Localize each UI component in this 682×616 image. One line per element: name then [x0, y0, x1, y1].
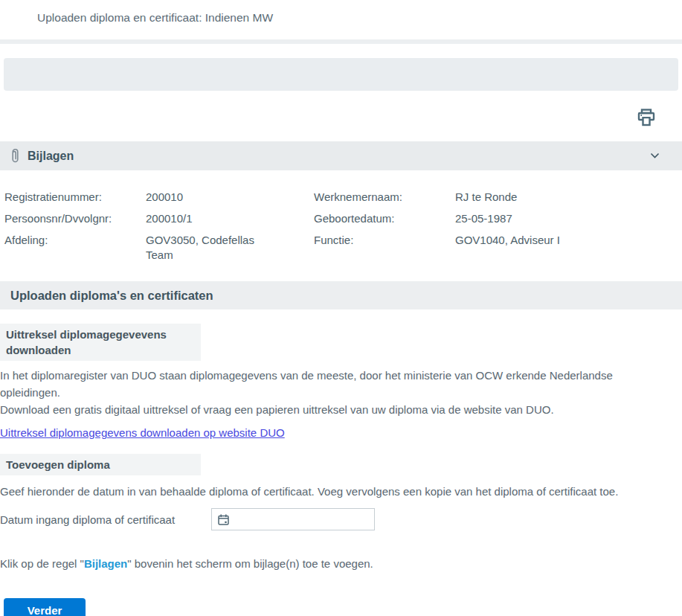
verder-button[interactable]: Verder [4, 598, 86, 616]
duo-download-link[interactable]: Uittreksel diplomagegevens downloaden op… [0, 426, 285, 439]
duo-info-line2: Download een gratis digitaal uittreksel … [0, 401, 673, 418]
chevron-down-icon [650, 153, 660, 159]
detail-value: GOV1040, Adviseur I [455, 233, 682, 263]
date-input-wrap [211, 508, 375, 530]
page-title: Uploaden diploma en certificaat: Indiene… [0, 0, 682, 25]
date-field-label: Datum ingang diploma of certificaat [0, 513, 211, 526]
employee-details-grid: Registratienummer: 200010 Werknemernaam:… [0, 190, 682, 263]
paperclip-icon [10, 147, 20, 164]
bijlagen-collapse-bar[interactable]: Bijlagen [0, 141, 682, 170]
duo-info-paragraph: In het diplomaregister van DUO staan dip… [0, 367, 673, 418]
duo-info-line1: In het diplomaregister van DUO staan dip… [0, 367, 673, 401]
section-header-uploaden: Uploaden diploma's en certificaten [0, 281, 682, 309]
detail-label: Registratienummer: [4, 190, 146, 205]
date-field-row: Datum ingang diploma of certificaat [0, 508, 682, 530]
detail-value: 200010/1 [146, 211, 314, 226]
print-button[interactable] [635, 108, 657, 129]
note-suffix: " bovenin het scherm om bijlage(n) toe t… [127, 557, 373, 570]
note-bijlagen-word: Bijlagen [84, 557, 127, 570]
detail-label: Werknemernaam: [314, 190, 455, 205]
detail-label: Afdeling: [4, 233, 146, 263]
subsection-heading-uittreksel: Uittreksel diplomagegevevens downloaden [0, 324, 201, 361]
empty-toolbar-panel [4, 58, 678, 91]
detail-label: Persoonsnr/Dvvolgnr: [4, 211, 146, 226]
bijlagen-hint-note: Klik op de regel "Bijlagen" bovenin het … [0, 557, 682, 570]
detail-label: Functie: [314, 233, 455, 263]
calendar-icon[interactable] [217, 513, 230, 526]
detail-value: 25-05-1987 [455, 211, 682, 226]
date-input[interactable] [234, 509, 382, 530]
subsection-heading-toevoegen: Toevoegen diploma [0, 454, 201, 475]
printer-icon [636, 107, 657, 130]
note-prefix: Klik op de regel " [0, 557, 84, 570]
print-row [0, 108, 682, 129]
bijlagen-bar-label: Bijlagen [28, 150, 650, 163]
detail-label: Geboortedatum: [314, 211, 455, 226]
toolbar-separator [0, 39, 682, 44]
detail-value: 200010 [146, 190, 314, 205]
action-row: Verder [0, 598, 682, 616]
detail-value: GOV3050, Codefellas Team [146, 233, 265, 263]
detail-value: RJ te Ronde [455, 190, 682, 205]
toevoegen-paragraph: Geef hieronder de datum in van behaalde … [0, 483, 682, 500]
